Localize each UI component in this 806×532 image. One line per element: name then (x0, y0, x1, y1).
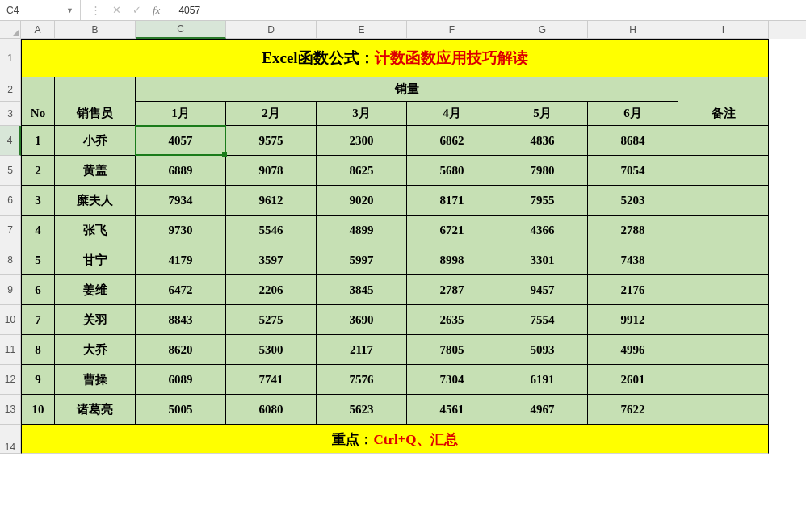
row-header-8[interactable]: 8 (0, 245, 21, 275)
cell-month-1[interactable]: 9730 (136, 216, 226, 245)
col-header-H[interactable]: H (588, 21, 678, 39)
cell-month-1[interactable]: 7934 (136, 186, 226, 216)
cell-month-4[interactable]: 6862 (407, 126, 497, 156)
cell-month-1[interactable]: 6089 (136, 365, 226, 395)
cancel-icon[interactable]: ✕ (112, 4, 121, 16)
cell-no[interactable]: 10 (21, 395, 55, 425)
cell-month-4[interactable]: 2635 (407, 305, 497, 335)
row-header-3[interactable]: 3 (0, 102, 21, 126)
cell-month-6[interactable]: 9912 (588, 305, 678, 335)
header-no[interactable] (21, 77, 55, 102)
cell-no[interactable]: 2 (21, 156, 55, 186)
cell-month-4[interactable]: 8998 (407, 245, 497, 275)
cell-remark[interactable] (678, 156, 769, 186)
cell-no[interactable]: 4 (21, 216, 55, 245)
row-header-11[interactable]: 11 (0, 335, 21, 365)
header-month-4[interactable]: 4月 (407, 102, 497, 126)
row-header-6[interactable]: 6 (0, 186, 21, 216)
header-month-6[interactable]: 6月 (588, 102, 678, 126)
cell-month-2[interactable]: 9078 (226, 156, 317, 186)
cell-month-6[interactable]: 5203 (588, 186, 678, 216)
cell-month-6[interactable]: 4996 (588, 335, 678, 365)
cell-month-3[interactable]: 8625 (317, 156, 407, 186)
cell-month-2[interactable]: 5546 (226, 216, 317, 245)
expand-icon[interactable]: ⋮ (90, 4, 101, 16)
cell-month-5[interactable]: 7980 (497, 156, 588, 186)
cell-month-5[interactable]: 7554 (497, 305, 588, 335)
cell-month-1[interactable]: 8620 (136, 335, 226, 365)
cell-month-2[interactable]: 9612 (226, 186, 317, 216)
footer-cell[interactable]: 重点：Ctrl+Q、汇总 (21, 425, 769, 454)
cell-month-4[interactable]: 4561 (407, 395, 497, 425)
col-header-E[interactable]: E (317, 21, 407, 39)
cell-seller[interactable]: 姜维 (55, 275, 136, 305)
cell-month-4[interactable]: 7805 (407, 335, 497, 365)
cell-month-6[interactable]: 7054 (588, 156, 678, 186)
cell-no[interactable]: 7 (21, 305, 55, 335)
cell-month-2[interactable]: 3597 (226, 245, 317, 275)
cell-month-3[interactable]: 3690 (317, 305, 407, 335)
cell-remark[interactable] (678, 365, 769, 395)
cell-month-1[interactable]: 6472 (136, 275, 226, 305)
cell-month-3[interactable]: 3845 (317, 275, 407, 305)
row-header-5[interactable]: 5 (0, 156, 21, 186)
cell-remark[interactable] (678, 335, 769, 365)
name-box[interactable]: C4 ▼ (0, 0, 81, 20)
row-header-1[interactable]: 1 (0, 39, 21, 77)
cell-month-2[interactable]: 5300 (226, 335, 317, 365)
cell-seller[interactable]: 黄盖 (55, 156, 136, 186)
row-header-9[interactable]: 9 (0, 275, 21, 305)
dropdown-icon[interactable]: ▼ (66, 6, 73, 15)
cell-month-2[interactable]: 6080 (226, 395, 317, 425)
cell-month-1[interactable]: 5005 (136, 395, 226, 425)
cell-seller[interactable]: 糜夫人 (55, 186, 136, 216)
row-header-10[interactable]: 10 (0, 305, 21, 335)
cell-month-5[interactable]: 7955 (497, 186, 588, 216)
cell-seller[interactable]: 大乔 (55, 335, 136, 365)
cell-month-6[interactable]: 7438 (588, 245, 678, 275)
cell-month-3[interactable]: 2117 (317, 335, 407, 365)
cell-month-4[interactable]: 2787 (407, 275, 497, 305)
cell-no[interactable]: 1 (21, 126, 55, 156)
cell-seller[interactable]: 关羽 (55, 305, 136, 335)
cell-remark[interactable] (678, 126, 769, 156)
cell-no[interactable]: 9 (21, 365, 55, 395)
cell-month-6[interactable]: 2788 (588, 216, 678, 245)
header-seller[interactable] (55, 77, 136, 102)
fx-icon[interactable]: fx (153, 4, 160, 17)
cell-month-5[interactable]: 6191 (497, 365, 588, 395)
cell-month-6[interactable]: 7622 (588, 395, 678, 425)
cell-month-3[interactable]: 2300 (317, 126, 407, 156)
cell-month-3[interactable]: 7576 (317, 365, 407, 395)
cell-month-3[interactable]: 4899 (317, 216, 407, 245)
row-header-13[interactable]: 13 (0, 395, 21, 425)
header-seller[interactable]: 销售员 (55, 102, 136, 126)
cell-month-3[interactable]: 5997 (317, 245, 407, 275)
title-cell[interactable]: Excel函数公式：计数函数应用技巧解读 (21, 39, 769, 77)
cell-month-1[interactable]: 4179 (136, 245, 226, 275)
select-all-corner[interactable] (0, 21, 21, 39)
cell-remark[interactable] (678, 245, 769, 275)
cell-seller[interactable]: 甘宁 (55, 245, 136, 275)
cell-month-1[interactable]: 6889 (136, 156, 226, 186)
cell-month-2[interactable]: 7741 (226, 365, 317, 395)
cell-month-1[interactable]: 4057 (136, 126, 226, 156)
cell-month-5[interactable]: 9457 (497, 275, 588, 305)
cell-month-5[interactable]: 4366 (497, 216, 588, 245)
header-remark[interactable]: 备注 (678, 102, 769, 126)
cell-seller[interactable]: 小乔 (55, 126, 136, 156)
cell-seller[interactable]: 张飞 (55, 216, 136, 245)
cell-month-4[interactable]: 8171 (407, 186, 497, 216)
col-header-F[interactable]: F (407, 21, 497, 39)
col-header-C[interactable]: C (136, 21, 226, 39)
row-header-4[interactable]: 4 (0, 126, 21, 156)
col-header-G[interactable]: G (497, 21, 588, 39)
cell-month-5[interactable]: 4967 (497, 395, 588, 425)
cell-month-1[interactable]: 8843 (136, 305, 226, 335)
cell-remark[interactable] (678, 305, 769, 335)
cell-month-6[interactable]: 2176 (588, 275, 678, 305)
col-header-I[interactable]: I (678, 21, 769, 39)
header-remark[interactable] (678, 77, 769, 102)
cell-month-4[interactable]: 6721 (407, 216, 497, 245)
cell-no[interactable]: 5 (21, 245, 55, 275)
